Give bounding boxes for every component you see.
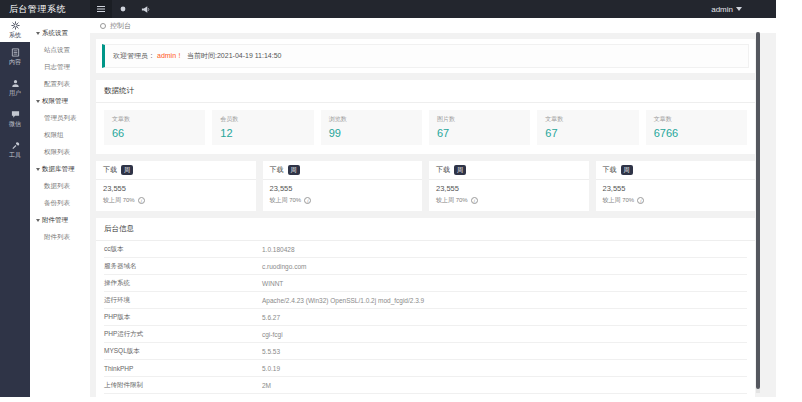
sidebar-item-log-management[interactable]: 日志管理 [30, 58, 90, 75]
sidebar-group-system-settings[interactable]: 系统设置 [30, 24, 90, 41]
info-value: 5.0.19 [262, 365, 280, 372]
rail-item-label: 工具 [9, 151, 21, 160]
download-note: 较上周 70% [436, 196, 468, 205]
info-icon[interactable] [138, 197, 145, 204]
table-row: PHP运行方式cgi-fcgi [104, 326, 747, 343]
download-note: 较上周 70% [270, 196, 302, 205]
scrollbar[interactable] [756, 32, 760, 393]
caret-down-icon [36, 219, 40, 222]
caret-down-icon [36, 168, 40, 171]
sidebar-item-label: 系统设置 [42, 29, 68, 36]
week-badge: 周 [621, 165, 633, 175]
horn-icon[interactable] [134, 0, 156, 18]
dot-icon[interactable] [112, 0, 134, 18]
rail-item-wechat[interactable]: 微信 [0, 104, 30, 135]
info-label: 运行环境 [104, 296, 262, 305]
download-value: 23,555 [103, 184, 249, 193]
download-value: 23,555 [270, 184, 416, 193]
download-card: 下载周 23,555 较上周 70% [263, 161, 423, 211]
info-label: MYSQL版本 [104, 347, 262, 356]
info-label: cc版本 [104, 245, 262, 254]
info-label: 上传附件限制 [104, 381, 262, 390]
stat-value: 6766 [654, 127, 739, 139]
username: admin [711, 5, 733, 14]
sidebar-item-label: 权限列表 [44, 148, 70, 155]
stat-box: 文章数 66 [104, 110, 205, 145]
menu-fold-icon[interactable] [90, 0, 112, 18]
info-label: ThinkPHP [104, 365, 262, 372]
sidebar-item-site-settings[interactable]: 站点设置 [30, 41, 90, 58]
info-value: WINNT [262, 280, 283, 287]
sidebar-item-admin-list[interactable]: 管理员列表 [30, 109, 90, 126]
stat-box: 图片数 67 [429, 110, 530, 145]
week-badge: 周 [121, 165, 133, 175]
caret-down-icon [36, 32, 40, 35]
info-icon[interactable] [304, 197, 311, 204]
download-note: 较上周 70% [603, 196, 635, 205]
sidebar-item-data-list[interactable]: 数据列表 [30, 177, 90, 194]
admin-app: 后台管理系统 admin 系统 内容 用户 微信 [0, 0, 776, 397]
scrollbar-thumb[interactable] [756, 32, 760, 389]
sidebar-item-attachment-list[interactable]: 附件列表 [30, 228, 90, 245]
sidebar-item-label: 数据库管理 [42, 165, 75, 172]
stat-box: 文章数 67 [537, 110, 638, 145]
sidebar-item-config-list[interactable]: 配置列表 [30, 75, 90, 92]
info-label: 服务器域名 [104, 262, 262, 271]
sidebar-item-label: 附件管理 [42, 216, 68, 223]
download-title: 下载 [436, 165, 450, 175]
welcome-prefix: 欢迎管理员： [113, 52, 155, 59]
table-row: PHP版本5.6.27 [104, 309, 747, 326]
table-row: ThinkPHP5.0.19 [104, 360, 747, 377]
chat-icon [11, 110, 20, 119]
rail-item-content[interactable]: 内容 [0, 42, 30, 73]
welcome-time: 当前时间:2021-04-19 11:14:50 [187, 52, 281, 59]
sidebar-item-label: 站点设置 [44, 46, 70, 53]
week-badge: 周 [454, 165, 466, 175]
content-icon [11, 48, 20, 57]
rail-item-user[interactable]: 用户 [0, 73, 30, 104]
sidebar-item-backup-list[interactable]: 备份列表 [30, 194, 90, 211]
stat-value: 12 [220, 127, 305, 139]
rail-item-label: 用户 [9, 89, 21, 98]
breadcrumb[interactable]: 控制台 [90, 18, 776, 33]
sidebar-group-attachment[interactable]: 附件管理 [30, 211, 90, 228]
info-icon[interactable] [637, 197, 644, 204]
stat-label: 浏览数 [329, 115, 414, 124]
sidebar-item-permission-list[interactable]: 权限列表 [30, 143, 90, 160]
rail-item-tools[interactable]: 工具 [0, 135, 30, 166]
welcome-admin-name: admin！ [155, 52, 185, 59]
info-value: 2M [262, 382, 271, 389]
caret-down-icon [36, 100, 40, 103]
stat-label: 文章数 [654, 115, 739, 124]
gear-icon [11, 21, 20, 30]
user-menu[interactable]: admin [711, 5, 742, 14]
backend-info-title: 后台信息 [96, 218, 755, 241]
icon-rail: 系统 内容 用户 微信 工具 [0, 18, 30, 397]
info-label: 操作系统 [104, 279, 262, 288]
user-icon [11, 79, 20, 88]
console-icon [100, 23, 106, 29]
download-value: 23,555 [436, 184, 582, 193]
table-row: 服务器域名c.ruodingo.com [104, 258, 747, 275]
welcome-card: 欢迎管理员：admin！ 当前时间:2021-04-19 11:14:50 [96, 39, 755, 73]
stat-label: 图片数 [437, 115, 522, 124]
sidebar-group-permission[interactable]: 权限管理 [30, 92, 90, 109]
welcome-alert: 欢迎管理员：admin！ 当前时间:2021-04-19 11:14:50 [102, 44, 749, 68]
sidebar-item-permission-group[interactable]: 权限组 [30, 126, 90, 143]
info-value: c.ruodingo.com [262, 263, 306, 270]
download-value: 23,555 [603, 184, 749, 193]
info-label: PHP版本 [104, 313, 262, 322]
sidebar-item-label: 权限组 [44, 131, 64, 138]
info-label: PHP运行方式 [104, 330, 262, 339]
download-title: 下载 [103, 165, 117, 175]
caret-down-icon [736, 7, 742, 11]
sidebar: 系统设置 站点设置 日志管理 配置列表 权限管理 管理员列表 权限组 权限列表 … [30, 18, 90, 397]
sidebar-item-label: 备份列表 [44, 199, 70, 206]
info-icon[interactable] [471, 197, 478, 204]
stat-box: 会员数 12 [212, 110, 313, 145]
rail-item-system[interactable]: 系统 [0, 18, 30, 42]
download-card: 下载周 23,555 较上周 70% [596, 161, 756, 211]
stat-label: 会员数 [220, 115, 305, 124]
sidebar-group-database[interactable]: 数据库管理 [30, 160, 90, 177]
stat-label: 文章数 [545, 115, 630, 124]
